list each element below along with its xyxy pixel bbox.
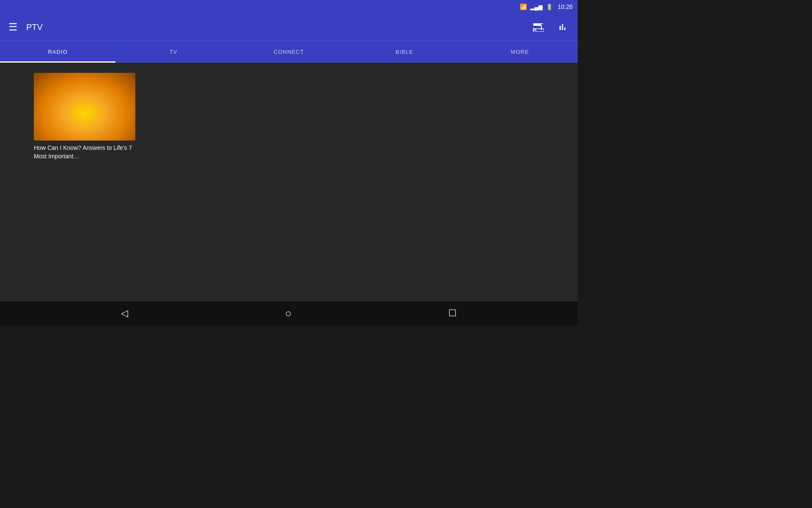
back-button[interactable]: ◁ [107,304,142,322]
tab-bar: RADIO TV CONNECT BIBLE MORE [0,41,578,63]
menu-button[interactable]: ☰ [7,20,19,34]
card-thumbnail-1: HOW CAN I KNOW? [34,73,135,141]
main-content: HOW CAN I KNOW? How Can I Know? Answers … [0,63,578,301]
status-bar: 📶 ▂▄▆ 🔋 10:26 [0,0,578,14]
tab-more[interactable]: MORE [462,41,578,63]
content-card-1[interactable]: HOW CAN I KNOW? How Can I Know? Answers … [34,73,135,160]
tab-connect[interactable]: CONNECT [231,41,346,63]
wifi-icon: 📶 [520,3,527,10]
home-button[interactable]: ○ [272,304,305,323]
cast-button[interactable] [529,19,547,35]
app-bar: ☰ PTV [0,14,578,41]
stats-button[interactable] [554,19,571,36]
back-icon: ◁ [121,308,128,318]
battery-icon: 🔋 [546,4,553,10]
cast-icon [533,22,544,32]
recents-icon: ☐ [448,308,457,318]
time-display: 10:26 [558,3,573,10]
app-title: PTV [26,22,523,32]
tab-tv[interactable]: TV [115,41,231,63]
stats-icon [557,22,568,32]
bottom-nav: ◁ ○ ☐ [0,301,578,325]
signal-icon: ▂▄▆ [530,4,543,10]
tab-bible[interactable]: BIBLE [347,41,462,63]
recents-button[interactable]: ☐ [435,304,470,322]
card-title-1: How Can I Know? Answers to Life's 7 Most… [34,144,135,160]
content-grid: HOW CAN I KNOW? How Can I Know? Answers … [34,73,544,160]
tab-radio[interactable]: RADIO [0,41,115,63]
home-icon: ○ [285,307,292,320]
